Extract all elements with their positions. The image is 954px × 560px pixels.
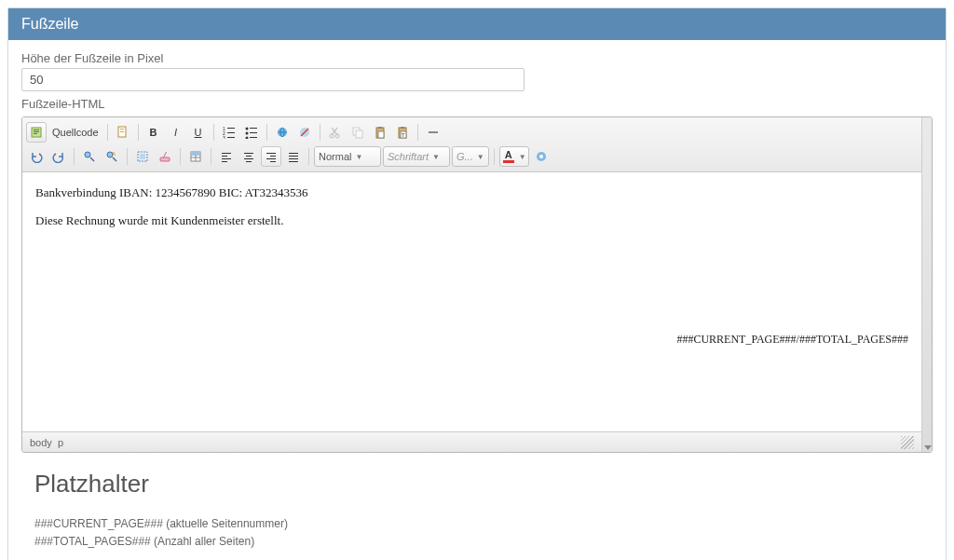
svg-point-15 (245, 132, 248, 135)
footer-config-panel: Fußzeile Höhe der Fußzeile in Pixel Fußz… (7, 7, 947, 560)
format-combo-label: Normal (319, 151, 351, 162)
redo-button[interactable] (48, 146, 69, 167)
path-p[interactable]: p (58, 437, 63, 448)
svg-rect-64 (289, 156, 298, 157)
font-combo-label: Schriftart (388, 151, 429, 162)
undo-button[interactable] (26, 146, 47, 167)
align-center-button[interactable] (238, 146, 259, 167)
svg-rect-60 (270, 156, 276, 157)
svg-rect-53 (222, 158, 231, 159)
separator (211, 148, 211, 165)
bold-button[interactable]: B (143, 122, 164, 143)
find-button[interactable] (79, 146, 100, 167)
svg-rect-37 (429, 131, 438, 133)
chevron-down-icon: ▼ (355, 153, 362, 161)
editor-toolbar: Quellcode B I U 123 (22, 117, 921, 172)
italic-button[interactable]: I (166, 122, 186, 143)
collapse-icon (924, 445, 932, 450)
toolbar-row-1: Quellcode B I U 123 (26, 120, 918, 144)
svg-rect-45 (160, 157, 170, 161)
svg-rect-44 (140, 154, 145, 159)
svg-rect-54 (222, 161, 227, 162)
height-input[interactable] (21, 68, 525, 91)
align-right-button[interactable] (261, 146, 281, 167)
horizontal-rule-button[interactable] (423, 122, 443, 143)
svg-rect-6 (120, 131, 124, 132)
toolbar-row-2: A (26, 144, 918, 169)
rich-text-editor: Quellcode B I U 123 (21, 116, 933, 453)
svg-text:3: 3 (223, 135, 225, 139)
svg-rect-29 (356, 130, 362, 138)
placeholder-total-pages: ###TOTAL_PAGES### (Anzahl aller Seiten) (34, 533, 920, 551)
placeholders-section: Platzhalter ###CURRENT_PAGE### (aktuelle… (21, 453, 933, 560)
svg-rect-51 (222, 153, 231, 154)
svg-rect-56 (246, 156, 252, 157)
placeholders-heading: Platzhalter (34, 470, 920, 499)
fontsize-combo[interactable]: G... ▼ (452, 146, 489, 167)
svg-rect-62 (270, 161, 276, 162)
separator (74, 148, 75, 165)
editor-status-bar: body p (22, 431, 921, 452)
table-button[interactable] (185, 146, 206, 167)
svg-rect-66 (289, 161, 298, 162)
svg-rect-1 (34, 130, 39, 130)
underline-button[interactable]: U (188, 122, 209, 143)
bullet-list-button[interactable] (241, 122, 262, 143)
separator (308, 148, 309, 165)
height-label: Höhe der Fußzeile in Pixel (21, 51, 933, 65)
chevron-down-icon: ▼ (519, 153, 526, 161)
editor-line-1: Bankverbindung IBAN: 1234567890 BIC: AT3… (35, 184, 908, 202)
svg-point-13 (245, 128, 248, 130)
paste-text-button[interactable]: T (392, 122, 413, 143)
separator (266, 124, 267, 141)
unlink-button[interactable] (294, 122, 315, 143)
remove-format-button[interactable] (155, 146, 175, 167)
svg-text:A: A (112, 151, 116, 157)
svg-rect-61 (266, 158, 276, 159)
align-left-button[interactable] (216, 146, 237, 167)
align-justify-button[interactable] (283, 146, 304, 167)
svg-rect-65 (289, 158, 298, 159)
svg-rect-3 (34, 133, 37, 134)
svg-point-38 (85, 152, 90, 157)
svg-rect-31 (378, 127, 382, 129)
panel-title: Fußzeile (8, 8, 946, 40)
svg-rect-52 (222, 156, 227, 157)
special-char-button[interactable] (531, 146, 552, 167)
format-combo[interactable]: Normal ▼ (314, 146, 381, 167)
element-path[interactable]: body p (30, 437, 63, 448)
path-body[interactable]: body (30, 437, 52, 448)
resize-grip-icon[interactable] (901, 436, 914, 449)
svg-rect-32 (378, 131, 384, 138)
separator (494, 148, 495, 165)
svg-line-39 (90, 157, 94, 161)
chevron-down-icon: ▼ (432, 153, 440, 161)
separator (213, 124, 214, 141)
separator (107, 124, 108, 141)
separator (417, 124, 418, 141)
toolbar-collapse-rail[interactable] (921, 117, 932, 452)
svg-rect-12 (227, 137, 235, 138)
numbered-list-button[interactable]: 123 (219, 122, 239, 143)
font-combo[interactable]: Schriftart ▼ (383, 146, 450, 167)
svg-rect-2 (34, 131, 39, 132)
separator (138, 124, 139, 141)
text-color-button[interactable]: A ▼ (499, 146, 529, 167)
select-all-button[interactable] (132, 146, 153, 167)
link-button[interactable] (272, 122, 293, 143)
editor-line-2: Diese Rechnung wurde mit Kundenmeister e… (35, 212, 908, 230)
cut-button[interactable] (325, 122, 346, 143)
source-icon[interactable] (26, 122, 47, 143)
editor-content-area[interactable]: Bankverbindung IBAN: 1234567890 BIC: AT3… (22, 172, 921, 431)
svg-rect-5 (120, 129, 124, 130)
separator (320, 124, 320, 141)
templates-icon[interactable] (113, 122, 133, 143)
source-button[interactable]: Quellcode (48, 127, 102, 138)
replace-button[interactable]: A (102, 146, 122, 167)
svg-rect-16 (250, 132, 257, 133)
paste-button[interactable] (370, 122, 390, 143)
svg-rect-57 (244, 158, 253, 159)
copy-button[interactable] (348, 122, 368, 143)
page-number-token: ###CURRENT_PAGE###/###TOTAL_PAGES### (676, 331, 908, 348)
svg-rect-34 (401, 127, 404, 129)
